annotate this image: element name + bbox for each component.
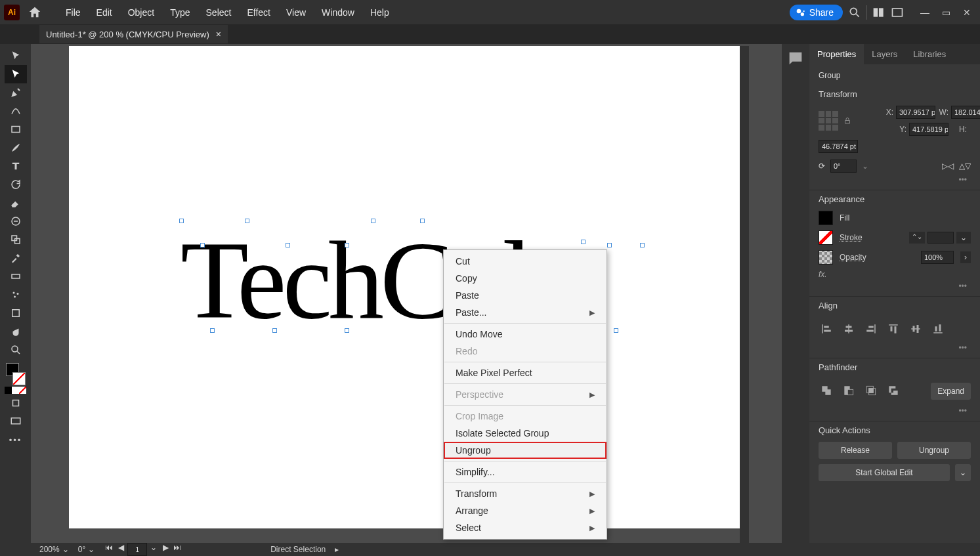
tab-layers[interactable]: Layers: [864, 44, 905, 64]
close-tab-icon[interactable]: ×: [216, 29, 221, 39]
menu-effect[interactable]: Effect: [239, 7, 278, 18]
ctx-paste-submenu[interactable]: Paste...▶: [444, 304, 607, 321]
opacity-field[interactable]: 100%: [921, 251, 954, 264]
zoom-field[interactable]: 200% ⌄: [39, 545, 69, 554]
ctx-paste[interactable]: Paste: [444, 287, 607, 304]
menu-file[interactable]: File: [58, 7, 89, 18]
more-options-icon[interactable]: •••: [819, 173, 971, 187]
edit-toolbar-icon[interactable]: •••: [5, 431, 27, 449]
y-field[interactable]: 417.5819 pt: [909, 123, 948, 136]
more-options-icon[interactable]: •••: [819, 279, 971, 293]
paintbrush-tool[interactable]: [5, 139, 27, 157]
global-edit-button[interactable]: Start Global Edit: [819, 464, 950, 481]
arrange-docs-icon[interactable]: [872, 6, 885, 19]
comments-icon[interactable]: [786, 49, 805, 68]
artboard-tool[interactable]: [5, 304, 27, 322]
more-options-icon[interactable]: •••: [819, 341, 971, 355]
flip-horizontal-icon[interactable]: ▷◁: [942, 161, 954, 171]
align-right-icon[interactable]: [863, 321, 879, 337]
w-field[interactable]: 182.0146 pt: [951, 106, 980, 119]
menu-type[interactable]: Type: [162, 7, 198, 18]
menu-object[interactable]: Object: [120, 7, 162, 18]
document-tab[interactable]: Untitled-1* @ 200 % (CMYK/CPU Preview) ×: [39, 25, 228, 43]
color-mode-swatches[interactable]: [5, 387, 26, 394]
ctx-ungroup[interactable]: Ungroup: [444, 442, 607, 459]
rectangle-tool[interactable]: [5, 120, 27, 139]
vertical-scrollbar[interactable]: [740, 46, 749, 543]
ctx-isolate[interactable]: Isolate Selected Group: [444, 425, 607, 442]
eraser-tool[interactable]: [5, 194, 27, 212]
minimize-button[interactable]: —: [916, 7, 934, 18]
reference-point-widget[interactable]: [819, 111, 838, 131]
h-field[interactable]: 46.7874 pt: [819, 140, 858, 153]
rotate-field[interactable]: 0°: [830, 160, 857, 173]
anchor-point[interactable]: [371, 219, 375, 223]
ctx-cut[interactable]: Cut: [444, 253, 607, 270]
menu-view[interactable]: View: [278, 7, 314, 18]
anchor-point[interactable]: [272, 328, 277, 333]
stroke-dropdown-icon[interactable]: ⌄: [956, 232, 971, 244]
search-icon[interactable]: [848, 6, 861, 19]
global-edit-dropdown-icon[interactable]: ⌄: [955, 464, 971, 481]
align-top-icon[interactable]: [885, 321, 901, 337]
ctx-pixel-perfect[interactable]: Make Pixel Perfect: [444, 364, 607, 381]
anchor-point[interactable]: [614, 328, 618, 333]
opacity-swatch[interactable]: [819, 250, 833, 265]
rotate-tool[interactable]: [5, 175, 27, 194]
align-bottom-icon[interactable]: [930, 321, 946, 337]
anchor-point[interactable]: [345, 328, 349, 333]
fill-stroke-swatch[interactable]: [5, 363, 27, 385]
anchor-point[interactable]: [245, 219, 249, 223]
selection-tool[interactable]: [5, 47, 27, 65]
ctx-simplify[interactable]: Simplify...: [444, 463, 607, 481]
artboard-number-field[interactable]: 1: [127, 543, 147, 556]
share-button[interactable]: Share: [790, 5, 843, 20]
ctx-undo[interactable]: Undo Move: [444, 326, 607, 343]
flip-vertical-icon[interactable]: △▽: [959, 161, 971, 171]
ctx-arrange[interactable]: Arrange▶: [444, 502, 607, 519]
align-hcenter-icon[interactable]: [841, 321, 857, 337]
gradient-tool[interactable]: [5, 267, 27, 286]
anchor-point[interactable]: [607, 243, 612, 247]
more-options-icon[interactable]: •••: [819, 404, 971, 418]
last-artboard-icon[interactable]: ⏭: [172, 543, 182, 556]
anchor-point[interactable]: [640, 243, 645, 247]
rotate-dropdown-icon[interactable]: ⌄: [862, 161, 868, 171]
ctx-transform[interactable]: Transform▶: [444, 485, 607, 502]
anchor-point[interactable]: [210, 328, 215, 333]
stroke-weight-field[interactable]: [927, 232, 954, 244]
anchor-point[interactable]: [581, 240, 586, 244]
close-window-button[interactable]: ✕: [958, 7, 976, 18]
anchor-point[interactable]: [286, 243, 290, 247]
arrange-docs2-icon[interactable]: [891, 6, 904, 19]
screen-mode-icon[interactable]: [5, 412, 27, 431]
menu-select[interactable]: Select: [198, 7, 240, 18]
anchor-point[interactable]: [345, 243, 349, 247]
menu-help[interactable]: Help: [362, 7, 397, 18]
zoom-tool[interactable]: [5, 341, 27, 359]
pen-tool[interactable]: [5, 83, 27, 102]
stroke-color-swatch[interactable]: [819, 230, 833, 245]
eyedropper-tool[interactable]: [5, 249, 27, 267]
tab-properties[interactable]: Properties: [809, 44, 864, 64]
draw-mode-icon[interactable]: [5, 394, 27, 412]
next-artboard-icon[interactable]: ▶: [160, 543, 171, 556]
hand-tool[interactable]: [5, 322, 27, 341]
anchor-point[interactable]: [200, 243, 205, 247]
anchor-point[interactable]: [179, 219, 184, 223]
menu-window[interactable]: Window: [314, 7, 362, 18]
width-tool[interactable]: [5, 212, 27, 230]
anchor-point[interactable]: [420, 219, 425, 223]
direct-selection-tool[interactable]: [5, 65, 27, 83]
fx-icon[interactable]: fx.: [819, 270, 971, 279]
fill-color-swatch[interactable]: [819, 211, 833, 225]
ungroup-button[interactable]: Ungroup: [897, 442, 971, 459]
ctx-copy[interactable]: Copy: [444, 270, 607, 287]
pf-minus-front-icon[interactable]: [841, 383, 857, 398]
first-artboard-icon[interactable]: ⏮: [104, 543, 114, 556]
home-icon[interactable]: [28, 5, 42, 20]
pf-unite-icon[interactable]: [819, 383, 834, 398]
canvas-area[interactable]: TechCult Cut Copy Paste Paste...▶: [31, 44, 782, 543]
curvature-tool[interactable]: [5, 102, 27, 120]
maximize-button[interactable]: ▭: [937, 7, 955, 18]
